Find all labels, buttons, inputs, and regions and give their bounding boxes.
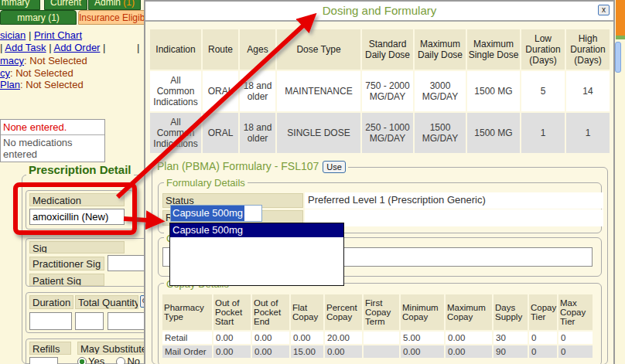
copay-header-cell: Max Copay Tier	[558, 294, 593, 330]
policy-status: : Not Selected	[10, 67, 73, 79]
copay-cell: 0.00	[213, 332, 251, 344]
copay-cell: 0.00	[325, 345, 362, 358]
dose-cell: SINGLE DOSE	[277, 113, 360, 153]
pharmacy-link[interactable]: macy	[0, 55, 24, 66]
status-value: Preferred Level 1 (Prescription Generic)	[305, 192, 603, 207]
print-chart-link[interactable]: Print Chart	[34, 29, 82, 41]
may-substitute-radios: Yes No	[77, 355, 140, 364]
pharmacy-status-row: macy: Not Selected	[0, 55, 87, 66]
copay-table: Pharmacy Type Out of Pocket Start Out of…	[161, 293, 594, 359]
substitute-yes-radio[interactable]	[77, 357, 87, 364]
representative-value-strip	[305, 209, 603, 226]
listbox-option[interactable]: Capsule 500mg	[170, 223, 343, 237]
drug-form-listbox[interactable]: Capsule 500mg	[169, 223, 344, 286]
tab-insurance-eligibility[interactable]: Insurance Eligibility	[78, 10, 152, 25]
medication-input[interactable]	[29, 209, 125, 225]
copay-row-retail: Retail 0.00 0.00 0.00 20.00 5.00 0.00 30…	[162, 332, 593, 344]
copay-header-cell: Out of Pocket End	[252, 294, 289, 330]
copay-header-cell: Out of Pocket Start	[213, 294, 251, 330]
add-order-link[interactable]: Add Order	[53, 42, 100, 53]
no-medications-message: No medications entered	[1, 134, 104, 162]
substitute-yes-label: Yes	[88, 355, 104, 364]
dose-cell: 250 - 1000 MG/DAY	[362, 113, 413, 153]
copay-cell: Mail Order	[162, 345, 212, 358]
dialog-title: Dosing and Formulary	[145, 2, 613, 20]
plan-link[interactable]: Plan	[0, 79, 20, 90]
refills-input[interactable]	[29, 357, 58, 364]
dose-cell: All Common Indications	[150, 113, 201, 153]
refills-label: Refills	[29, 342, 71, 355]
total-quantity-input[interactable]	[75, 312, 104, 330]
copay-cell: 0	[529, 332, 557, 344]
copay-header-cell: Percent Copay	[325, 294, 362, 330]
dose-cell: ORAL	[203, 71, 238, 111]
copay-header-cell: Maximum Copay	[446, 294, 492, 330]
copay-cell: 30	[494, 332, 528, 344]
add-task-link[interactable]: Add Task	[5, 42, 46, 53]
copay-header-cell: Copay Tier	[529, 294, 557, 330]
tab-current[interactable]: Current	[44, 0, 87, 10]
copay-cell	[364, 332, 399, 344]
dose-cell: 5	[521, 71, 565, 111]
dose-cell: 1500 MG	[467, 71, 520, 111]
substitute-no-radio[interactable]	[116, 357, 125, 364]
practitioner-sig-label: Practitioner Sig	[29, 257, 104, 270]
plan-formulary-title: Plan (PBMA) Formulary - FSL107Use	[155, 160, 348, 173]
copay-cell: Retail	[162, 332, 212, 344]
scrollbar-thumb[interactable]	[615, 42, 621, 73]
dose-header-cell: High Duration (Days)	[566, 29, 610, 70]
physician-link[interactable]: sician	[0, 29, 26, 41]
dose-header-cell: Indication	[150, 29, 201, 70]
dosing-formulary-dialog: Dosing and Formulary x Indication Route …	[144, 0, 615, 364]
dose-cell: All Common Indications	[150, 71, 201, 111]
admin-count-badge: (1)	[123, 0, 135, 8]
use-button[interactable]: Use	[323, 161, 346, 173]
copay-cell: 0.00	[252, 332, 289, 344]
copay-cell: 0.00	[252, 345, 289, 358]
formulary-details-legend: Formulary Details	[164, 177, 248, 189]
close-icon[interactable]: x	[598, 5, 610, 15]
dose-cell: 18 and older	[240, 71, 275, 111]
dose-header-cell: Route	[203, 29, 238, 70]
dose-cell: 750 - 2000 MG/DAY	[362, 71, 413, 111]
dose-cell: MAINTENANCE	[277, 71, 360, 111]
patient-sig-label: Patient Sig	[29, 274, 104, 286]
duration-label: Duration	[29, 295, 73, 309]
drug-form-combobox[interactable]: Capsule 500mg	[170, 205, 262, 222]
plan-status: : Not Selected	[20, 79, 84, 90]
copay-cell: 0.00	[446, 345, 492, 358]
summary-message-box: None entered. No medications entered	[0, 119, 105, 162]
dose-cell: ORAL	[203, 113, 238, 153]
may-substitute-label: May Substitute	[77, 342, 145, 355]
policy-link[interactable]: cy	[0, 67, 10, 79]
copay-header-cell: Days Supply	[494, 294, 528, 330]
plan-status-row: Plan: Not Selected	[0, 79, 84, 90]
copay-cell: 0	[558, 345, 593, 358]
copay-cell: 5.00	[401, 332, 444, 344]
copay-cell: 20.00	[325, 332, 362, 344]
allergies-none-message: None entered.	[1, 120, 104, 134]
dose-header-cell: Low Duration (Days)	[521, 29, 565, 70]
duration-input[interactable]	[29, 312, 72, 330]
copay-cell: 0.00	[446, 332, 492, 344]
copay-header-cell: Flat Copay	[291, 294, 323, 330]
dose-cell: 1500 MG	[467, 113, 520, 153]
prescription-detail-title: Prescription Detail	[26, 163, 134, 176]
dose-row-single-dose: All Common Indications ORAL 18 and older…	[150, 113, 610, 153]
dose-cell: 1	[566, 113, 610, 153]
copay-header-cell: First Copay Term	[364, 294, 399, 330]
copay-cell: 0	[529, 345, 557, 358]
dose-cell: 1500 MG/DAY	[415, 113, 466, 153]
dose-cell: 1	[521, 113, 565, 153]
tab-admin[interactable]: Admin (1)	[88, 0, 141, 10]
tab-summary[interactable]: mmary (1)	[0, 10, 77, 25]
copay-cell: 0	[558, 332, 593, 344]
copay-cell	[364, 345, 399, 358]
tab-summary-top[interactable]: mmary	[0, 0, 40, 10]
pharmacy-status: : Not Selected	[24, 55, 87, 66]
copay-cell: 0.00	[291, 332, 323, 344]
total-quantity-label: Total Quantity	[75, 295, 138, 309]
copay-cell: 0.00	[213, 345, 251, 358]
copay-cell: 15.00	[291, 345, 323, 358]
substitute-no-label: No	[127, 355, 140, 364]
